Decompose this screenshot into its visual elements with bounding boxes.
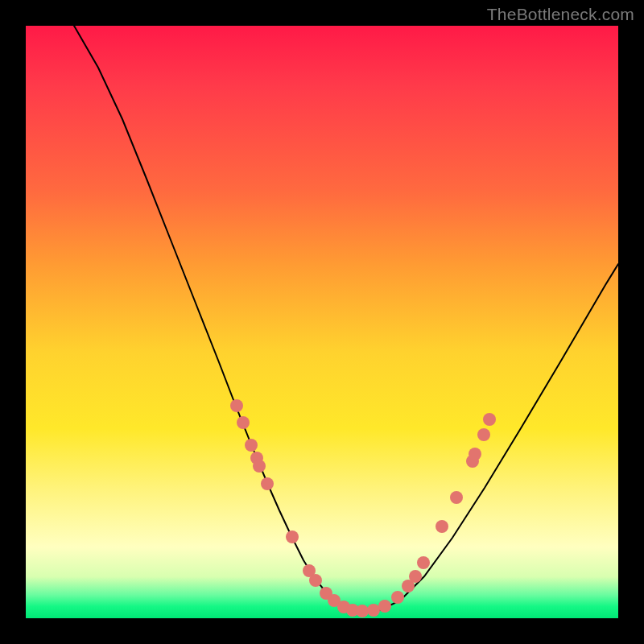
- highlight-dot: [286, 530, 299, 543]
- highlight-dot: [356, 605, 369, 617]
- highlight-dots: [230, 399, 496, 617]
- highlight-dot: [378, 600, 391, 613]
- curve-svg: [26, 26, 618, 618]
- highlight-dot: [450, 491, 463, 504]
- highlight-dot: [261, 477, 274, 490]
- highlight-dot: [245, 439, 258, 452]
- plot-area: [26, 26, 618, 618]
- highlight-dot: [367, 604, 380, 617]
- highlight-dot: [237, 416, 250, 429]
- highlight-dot: [309, 574, 322, 587]
- highlight-dot: [469, 448, 481, 460]
- chart-frame: TheBottleneck.com: [0, 0, 644, 644]
- highlight-dot: [417, 556, 430, 569]
- highlight-dot: [436, 520, 448, 533]
- highlight-dot: [391, 591, 404, 604]
- highlight-dot: [253, 460, 266, 473]
- highlight-dot: [483, 413, 496, 426]
- bottleneck-curve: [74, 26, 618, 612]
- highlight-dot: [409, 570, 422, 583]
- watermark-text: TheBottleneck.com: [487, 5, 634, 24]
- highlight-dot: [230, 399, 243, 412]
- highlight-dot: [477, 428, 490, 441]
